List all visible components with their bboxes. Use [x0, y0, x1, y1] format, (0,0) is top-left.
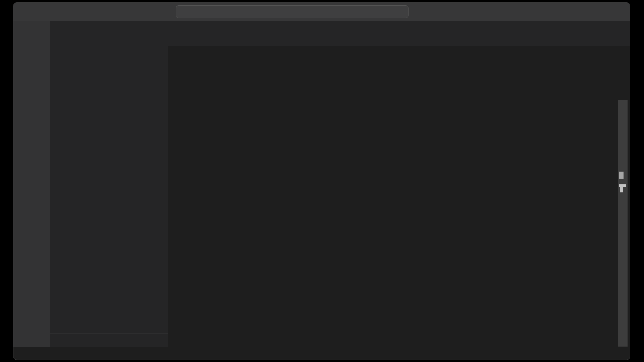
breadcrumb-row	[168, 46, 630, 60]
section-outline[interactable]	[50, 320, 168, 334]
tab-bar	[168, 21, 630, 46]
more-actions-icon[interactable]	[154, 34, 162, 42]
file-tree	[50, 62, 168, 74]
sidebar-explorer	[50, 21, 168, 347]
chevron-right-icon	[55, 324, 61, 330]
editor-group	[168, 21, 630, 347]
copilot-icon	[426, 7, 435, 16]
activity-bar	[13, 21, 50, 347]
menu-icon[interactable]	[46, 7, 56, 17]
remote-icon	[28, 350, 36, 357]
code-area[interactable]	[168, 46, 630, 347]
folder-open-icon	[68, 65, 75, 72]
section-timeline[interactable]	[50, 334, 168, 347]
chevron-down-icon	[54, 53, 60, 59]
scrollbar-decoration	[619, 184, 626, 187]
workbench	[13, 21, 630, 347]
remote-indicator[interactable]	[13, 347, 50, 360]
explorer-header	[50, 21, 168, 50]
folder-row[interactable]	[50, 62, 168, 74]
vscode-window	[13, 3, 630, 360]
search-icon	[288, 9, 294, 15]
vertical-scrollbar[interactable]	[618, 46, 628, 347]
chevron-down-icon	[60, 66, 66, 71]
scrollbar-decoration	[619, 172, 624, 179]
status-bar	[13, 347, 630, 360]
workspace-section[interactable]	[50, 50, 168, 62]
sidebar-bottom-sections	[50, 320, 168, 347]
titlebar	[13, 3, 630, 21]
scrollbar-decoration	[620, 187, 623, 192]
chevron-right-icon	[55, 338, 61, 344]
vscode-logo-icon	[21, 7, 32, 17]
command-center[interactable]	[176, 5, 409, 18]
editor-actions	[619, 21, 630, 46]
copilot-menu[interactable]	[426, 7, 441, 16]
scrollbar-thumb[interactable]	[618, 100, 628, 347]
chevron-down-icon	[436, 9, 441, 15]
